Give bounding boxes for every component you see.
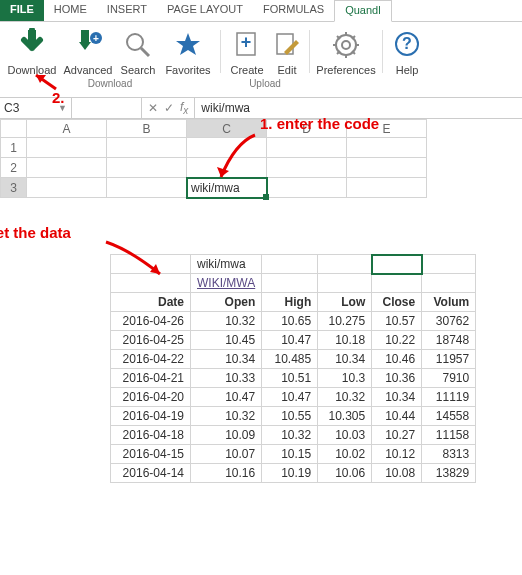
cell[interactable] [107,178,187,198]
cell[interactable] [347,158,427,178]
result-col-header[interactable]: Low [318,293,372,312]
result-cell[interactable]: 10.33 [191,369,262,388]
cancel-icon[interactable]: ✕ [148,101,158,115]
edit-button[interactable]: Edit [269,26,305,76]
advanced-button[interactable]: + Advanced [60,26,116,76]
result-cell[interactable]: 10.02 [318,445,372,464]
result-cell[interactable]: 2016-04-14 [111,464,191,483]
result-cell[interactable]: 13829 [422,464,476,483]
select-all-corner[interactable] [1,120,27,138]
result-cell[interactable]: 10.08 [372,464,422,483]
result-cell[interactable]: 11119 [422,388,476,407]
cell[interactable] [107,138,187,158]
help-button[interactable]: ? Help [387,26,427,76]
cell[interactable] [27,178,107,198]
result-cell[interactable]: 10.03 [318,426,372,445]
result-cell[interactable]: 10.47 [191,388,262,407]
result-cell[interactable]: 10.65 [262,312,318,331]
result-cell[interactable]: 10.34 [372,388,422,407]
result-col-header[interactable]: Open [191,293,262,312]
result-cell[interactable]: 10.32 [191,312,262,331]
preferences-button[interactable]: Preferences [314,26,378,76]
row-header-3[interactable]: 3 [1,178,27,198]
result-cell[interactable]: 10.32 [191,407,262,426]
tab-formulas[interactable]: FORMULAS [253,0,334,22]
cell[interactable] [267,138,347,158]
result-cell[interactable]: 2016-04-22 [111,350,191,369]
result-cell[interactable]: 2016-04-19 [111,407,191,426]
favorites-button[interactable]: Favorites [160,26,216,76]
result-cell[interactable]: 10.27 [372,426,422,445]
cell[interactable] [27,158,107,178]
cell[interactable] [267,178,347,198]
result-cell[interactable]: 14558 [422,407,476,426]
fill-handle[interactable] [263,194,269,200]
tab-file[interactable]: FILE [0,0,44,22]
col-header-a[interactable]: A [27,120,107,138]
result-cell[interactable]: 10.45 [191,331,262,350]
result-cell[interactable]: 2016-04-20 [111,388,191,407]
result-cell[interactable]: 10.18 [318,331,372,350]
result-cell[interactable]: 10.22 [372,331,422,350]
row-header-2[interactable]: 2 [1,158,27,178]
result-cell[interactable]: 2016-04-18 [111,426,191,445]
result-cell[interactable]: 10.09 [191,426,262,445]
result-cell[interactable]: 10.55 [262,407,318,426]
col-header-e[interactable]: E [347,120,427,138]
tab-home[interactable]: HOME [44,0,97,22]
result-selected-cell[interactable] [372,255,422,274]
result-cell[interactable]: 10.3 [318,369,372,388]
search-button[interactable]: Search [116,26,160,76]
result-cell[interactable]: 10.16 [191,464,262,483]
tab-page-layout[interactable]: PAGE LAYOUT [157,0,253,22]
result-col-header[interactable]: Volum [422,293,476,312]
result-cell[interactable]: 10.305 [318,407,372,426]
result-col-header[interactable]: High [262,293,318,312]
result-cell[interactable]: 10.275 [318,312,372,331]
result-cell[interactable]: 10.36 [372,369,422,388]
result-cell[interactable]: 10.47 [262,388,318,407]
result-cell[interactable]: 10.12 [372,445,422,464]
name-box[interactable]: C3 ▼ [0,98,72,118]
confirm-icon[interactable]: ✓ [164,101,174,115]
fx-icon[interactable]: fx [180,100,188,116]
result-cell[interactable]: 2016-04-15 [111,445,191,464]
result-cell[interactable]: 10.57 [372,312,422,331]
col-header-b[interactable]: B [107,120,187,138]
result-cell[interactable]: 10.44 [372,407,422,426]
download-button[interactable]: Download [4,26,60,76]
cell[interactable] [347,138,427,158]
cell[interactable] [27,138,107,158]
create-button[interactable]: + Create [225,26,269,76]
chevron-down-icon[interactable]: ▼ [58,103,67,113]
formula-input[interactable]: wiki/mwa [195,101,522,115]
result-cell[interactable]: 2016-04-21 [111,369,191,388]
result-cell[interactable]: 10.19 [262,464,318,483]
result-col-header[interactable]: Close [372,293,422,312]
result-cell[interactable]: 10.32 [318,388,372,407]
cell[interactable] [347,178,427,198]
cell[interactable] [107,158,187,178]
result-cell[interactable]: 10.47 [262,331,318,350]
result-cell[interactable]: 10.07 [191,445,262,464]
result-cell[interactable]: 10.46 [372,350,422,369]
result-col-header[interactable]: Date [111,293,191,312]
result-cell[interactable]: 11158 [422,426,476,445]
tab-insert[interactable]: INSERT [97,0,157,22]
result-cell[interactable]: 10.34 [318,350,372,369]
row-header-1[interactable]: 1 [1,138,27,158]
result-link[interactable]: WIKI/MWA [197,276,255,290]
result-cell[interactable]: 10.32 [262,426,318,445]
cell[interactable] [267,158,347,178]
result-cell[interactable]: 10.06 [318,464,372,483]
col-header-d[interactable]: D [267,120,347,138]
result-cell[interactable]: 18748 [422,331,476,350]
result-cell[interactable]: 2016-04-25 [111,331,191,350]
result-cell[interactable]: 10.34 [191,350,262,369]
tab-quandl[interactable]: Quandl [334,0,391,22]
result-cell[interactable]: 10.51 [262,369,318,388]
result-cell[interactable]: 2016-04-26 [111,312,191,331]
result-cell[interactable]: 10.15 [262,445,318,464]
result-cell[interactable]: 30762 [422,312,476,331]
result-cell[interactable]: 11957 [422,350,476,369]
